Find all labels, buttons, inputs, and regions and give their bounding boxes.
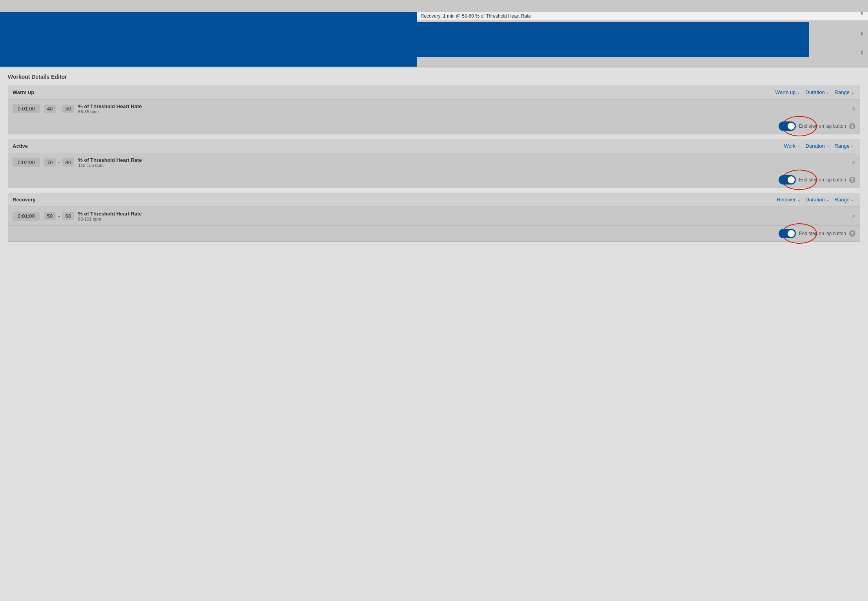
warmup-range-low[interactable]: 40 <box>44 105 56 113</box>
active-toggle-thumb <box>788 176 795 183</box>
active-label-sub: 118-135 bpm <box>78 163 142 168</box>
warmup-time[interactable]: 0:01:00 <box>13 104 40 113</box>
active-toggle[interactable] <box>779 175 796 185</box>
recovery-help-icon[interactable]: ? <box>849 230 855 237</box>
warmup-range-high[interactable]: 50 <box>62 105 74 113</box>
recovery-toggle-row: End step on lap button ? <box>8 226 860 242</box>
active-toggle-label: End step on lap button <box>799 177 846 183</box>
active-range-dropdown[interactable]: Range ⌄ <box>833 142 855 150</box>
recovery-step-label: % of Threshold Heart Rate 85-101 bpm <box>78 211 142 221</box>
warmup-range-chevron: ⌄ <box>851 90 854 94</box>
warmup-block: Warm up Warm up ⌄ Duration ⌄ Range ⌄ 0:0… <box>8 85 860 134</box>
warmup-range-dash: - <box>58 106 60 112</box>
recovery-range-chevron: ⌄ <box>851 197 854 202</box>
recovery-duration-chevron: ⌄ <box>826 197 829 202</box>
warmup-range-dropdown[interactable]: Range ⌄ <box>833 89 855 96</box>
editor-title: Workout Details Editor <box>8 74 860 80</box>
recovery-label-sub: 85-101 bpm <box>78 217 142 221</box>
recovery-duration-dropdown[interactable]: Duration ⌄ <box>804 196 831 203</box>
warmup-toggle-label: End step on lap button <box>799 123 846 129</box>
recovery-range: 50 - 60 <box>44 212 74 220</box>
chart-numbers: 9 n 0 <box>856 0 868 67</box>
warmup-type-chevron: ⌄ <box>797 90 800 94</box>
active-range-low[interactable]: 70 <box>44 158 56 167</box>
recovery-type-chevron: ⌄ <box>797 197 800 202</box>
active-range: 70 - 80 <box>44 158 74 167</box>
recovery-label-main: % of Threshold Heart Rate <box>78 211 142 217</box>
chart-bar-left <box>0 12 417 67</box>
warmup-label-main: % of Threshold Heart Rate <box>78 103 142 109</box>
active-block: Active Work ⌄ Duration ⌄ Range ⌄ 0:02:00 <box>8 139 860 188</box>
recovery-close-button[interactable]: × <box>852 213 855 219</box>
warmup-toggle-row: End step on lap button ? <box>8 118 860 134</box>
recovery-range-dash: - <box>58 213 60 219</box>
warmup-toggle-thumb <box>788 123 795 130</box>
warmup-step-label: % of Threshold Heart Rate 68-85 bpm <box>78 103 142 114</box>
active-type-dropdown[interactable]: Work ⌄ <box>782 142 801 150</box>
warmup-type-dropdown[interactable]: Warm up ⌄ <box>774 89 801 96</box>
recovery-toggle-thumb <box>788 230 795 237</box>
recovery-toggle-track <box>779 229 796 238</box>
active-header: Active Work ⌄ Duration ⌄ Range ⌄ <box>8 139 860 153</box>
active-toggle-track <box>779 175 796 185</box>
warmup-close-button[interactable]: × <box>852 106 855 112</box>
active-duration-dropdown[interactable]: Duration ⌄ <box>804 142 831 150</box>
warmup-duration-chevron: ⌄ <box>826 90 829 94</box>
active-time[interactable]: 0:02:00 <box>13 158 40 167</box>
warmup-toggle-track <box>779 121 796 131</box>
active-toggle-row: End step on lap button ? <box>8 172 860 188</box>
active-title: Active <box>13 143 782 149</box>
chart-bar-right <box>417 22 810 57</box>
active-range-dash: - <box>58 159 60 165</box>
warmup-step-row: 0:01:00 40 - 50 % of Threshold Heart Rat… <box>8 100 860 118</box>
recovery-toggle-label: End step on lap button <box>799 231 846 236</box>
active-step-row: 0:02:00 70 - 80 % of Threshold Heart Rat… <box>8 153 860 172</box>
active-step-label: % of Threshold Heart Rate 118-135 bpm <box>78 157 142 168</box>
active-duration-chevron: ⌄ <box>826 144 829 148</box>
active-close-button[interactable]: × <box>852 159 855 166</box>
chart-right: Recovery: 1 min @ 50-60 % of Threshold H… <box>417 0 868 57</box>
active-type-chevron: ⌄ <box>797 144 800 148</box>
warmup-controls: Warm up ⌄ Duration ⌄ Range ⌄ <box>774 89 855 96</box>
warmup-duration-dropdown[interactable]: Duration ⌄ <box>804 89 831 96</box>
recovery-type-dropdown[interactable]: Recover ⌄ <box>775 196 801 203</box>
warmup-help-icon[interactable]: ? <box>849 123 855 129</box>
warmup-label-sub: 68-85 bpm <box>78 109 142 114</box>
warmup-title: Warm up <box>13 89 774 95</box>
recovery-range-high[interactable]: 60 <box>62 212 74 220</box>
active-help-icon[interactable]: ? <box>849 177 855 183</box>
recovery-header: Recovery Recover ⌄ Duration ⌄ Range ⌄ <box>8 193 860 207</box>
recovery-toggle[interactable] <box>779 229 796 238</box>
recovery-step-row: 0:01:00 50 - 60 % of Threshold Heart Rat… <box>8 207 860 226</box>
active-range-high[interactable]: 80 <box>62 158 74 167</box>
active-range-chevron: ⌄ <box>851 144 854 148</box>
warmup-toggle[interactable] <box>779 121 796 131</box>
recovery-range-low[interactable]: 50 <box>44 212 56 220</box>
active-controls: Work ⌄ Duration ⌄ Range ⌄ <box>782 142 855 150</box>
warmup-range: 40 - 50 <box>44 105 74 113</box>
warmup-header: Warm up Warm up ⌄ Duration ⌄ Range ⌄ <box>8 85 860 100</box>
active-step-right: × <box>852 159 855 166</box>
recovery-title: Recovery <box>13 197 775 203</box>
chart-area: Recovery: 1 min @ 50-60 % of Threshold H… <box>0 0 868 67</box>
chart-tooltip: Recovery: 1 min @ 50-60 % of Threshold H… <box>417 12 868 20</box>
warmup-step-right: × <box>852 106 855 112</box>
recovery-block: Recovery Recover ⌄ Duration ⌄ Range ⌄ 0:… <box>8 193 860 242</box>
recovery-step-right: × <box>852 213 855 219</box>
recovery-time[interactable]: 0:01:00 <box>13 212 40 221</box>
active-label-main: % of Threshold Heart Rate <box>78 157 142 163</box>
recovery-controls: Recover ⌄ Duration ⌄ Range ⌄ <box>775 196 855 203</box>
recovery-range-dropdown[interactable]: Range ⌄ <box>833 196 855 203</box>
editor-section: Workout Details Editor Warm up Warm up ⌄… <box>0 67 868 258</box>
